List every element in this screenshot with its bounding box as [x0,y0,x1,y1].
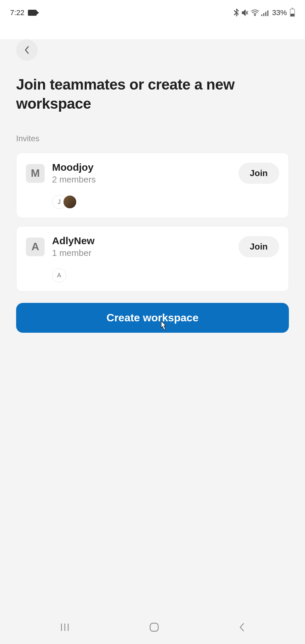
svg-rect-4 [267,10,268,16]
svg-rect-3 [265,12,266,16]
svg-rect-1 [261,14,262,16]
member-avatar: A [52,268,66,282]
battery-percent: 33% [272,8,287,17]
member-avatar [63,195,77,209]
workspace-members: 2 members [52,174,231,185]
svg-point-0 [254,14,255,15]
wifi-icon [251,9,259,16]
signal-icon [261,9,269,16]
invites-label: Invites [16,134,289,143]
battery-icon [290,9,295,17]
status-time: 7:22 [10,8,25,17]
bluetooth-icon [234,9,239,17]
member-avatars: A [52,268,279,282]
create-workspace-label: Create workspace [106,312,199,324]
back-nav-button[interactable] [239,623,245,632]
svg-rect-8 [150,623,158,631]
back-button[interactable] [16,39,38,61]
card-header: M Moodjoy 2 members Join [26,162,279,185]
main-content: Join teammates or create a new workspace… [0,39,305,625]
join-button[interactable]: Join [238,163,279,184]
status-right: 33% [234,8,295,17]
join-button[interactable]: Join [238,236,279,257]
member-avatars: J [52,195,279,209]
camera-icon [28,10,37,16]
chevron-left-icon [24,45,30,55]
workspace-info: AdlyNew 1 member [52,235,231,258]
workspace-info: Moodjoy 2 members [52,162,231,185]
page-title: Join teammates or create a new workspace [16,75,289,113]
workspace-members: 1 member [52,248,231,258]
recents-button[interactable] [60,623,70,632]
system-nav-bar [0,610,305,644]
workspace-name: AdlyNew [52,235,231,247]
workspace-avatar: A [26,237,45,256]
workspace-avatar: M [26,164,45,183]
status-bar: 7:22 33% [0,0,305,25]
invite-card: M Moodjoy 2 members Join J [16,153,289,218]
workspace-name: Moodjoy [52,162,231,173]
invite-card: A AdlyNew 1 member Join A [16,226,289,291]
create-workspace-button[interactable]: Create workspace [16,303,289,333]
svg-rect-2 [263,13,264,16]
status-left: 7:22 [10,8,37,17]
card-header: A AdlyNew 1 member Join [26,235,279,258]
home-button[interactable] [149,622,159,632]
mute-vibrate-icon [241,9,249,16]
